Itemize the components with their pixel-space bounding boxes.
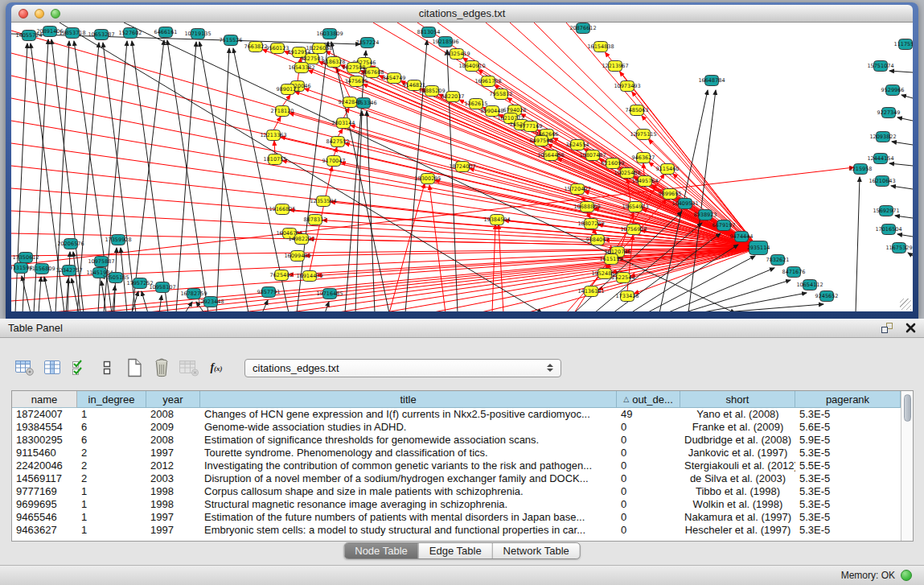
float-panel-icon[interactable]: [881, 323, 893, 333]
network-edge[interactable]: [715, 304, 823, 311]
table-row[interactable]: 977716911998Corpus callosum shape and si…: [12, 485, 901, 498]
table-scrollbar[interactable]: [901, 391, 913, 541]
network-edge[interactable]: [44, 277, 51, 311]
select-all-icon[interactable]: [68, 356, 92, 379]
zoom-window-button[interactable]: [51, 9, 60, 19]
network-edge[interactable]: [492, 225, 495, 311]
network-edge[interactable]: [897, 117, 913, 121]
column-header-in_degree[interactable]: in_degree: [77, 391, 146, 408]
table-cell[interactable]: de Silva et al. (2003): [680, 472, 795, 485]
network-edge[interactable]: [333, 248, 758, 311]
column-header-pagerank[interactable]: pagerank: [795, 391, 901, 408]
table-cell[interactable]: 2003: [146, 472, 200, 485]
network-edge[interactable]: [889, 71, 913, 72]
network-edge[interactable]: [167, 40, 208, 311]
table-cell[interactable]: 9699695: [12, 498, 77, 511]
table-selector-dropdown[interactable]: citations_edges.txt: [244, 359, 561, 377]
table-cell[interactable]: 0: [617, 511, 680, 524]
table-cell[interactable]: 5.3E-5: [795, 485, 901, 498]
table-row[interactable]: 946362711997Embryonic stem cells: a mode…: [12, 524, 901, 537]
table-cell[interactable]: Corpus callosum shape and size in male p…: [200, 485, 617, 498]
column-header-out_de[interactable]: △out_de...: [617, 391, 680, 408]
new-column-icon[interactable]: [122, 356, 146, 379]
table-cell[interactable]: 0: [617, 472, 680, 485]
network-edge[interactable]: [632, 92, 758, 248]
table-cell[interactable]: 6: [77, 421, 146, 434]
tab-node-table[interactable]: Node Table: [344, 543, 419, 558]
network-canvas[interactable]: 1405572420891406198537181065328715276026…: [11, 23, 913, 311]
table-cell[interactable]: 1998: [146, 498, 200, 511]
minimize-window-button[interactable]: [35, 9, 44, 19]
table-cell[interactable]: 1997: [146, 447, 200, 459]
table-cell[interactable]: 19384554: [12, 421, 77, 434]
table-cell[interactable]: 1998: [146, 485, 200, 498]
table-cell[interactable]: Estimation of the future numbers of pati…: [200, 511, 617, 524]
table-row[interactable]: 969969511998Structural magnetic resonanc…: [12, 498, 901, 511]
network-edge[interactable]: [325, 302, 329, 311]
table-cell[interactable]: 1997: [146, 511, 200, 524]
table-cell[interactable]: Dudbridge et al. (2008): [680, 434, 795, 447]
row-mode-icon[interactable]: [95, 356, 119, 379]
table-cell[interactable]: 2: [77, 459, 146, 472]
table-cell[interactable]: 1: [77, 485, 146, 498]
table-cell[interactable]: 2008: [146, 408, 200, 421]
tab-edge-table[interactable]: Edge Table: [419, 543, 493, 558]
delete-table-icon[interactable]: [177, 356, 201, 379]
table-cell[interactable]: 0: [617, 485, 680, 498]
table-cell[interactable]: 5.9E-5: [795, 434, 901, 447]
table-cell[interactable]: 18300295: [12, 434, 77, 447]
table-cell[interactable]: 5.5E-5: [795, 459, 901, 472]
table-cell[interactable]: Wolkin et al. (1998): [680, 498, 795, 511]
network-edge[interactable]: [132, 40, 164, 311]
column-header-year[interactable]: year: [146, 391, 200, 408]
table-cell[interactable]: 2009: [146, 421, 200, 434]
table-cell[interactable]: Hescheler et al. (1997): [680, 524, 795, 537]
table-row[interactable]: 1938455462009Genome-wide association stu…: [12, 421, 901, 434]
table-row[interactable]: 1456911722003Disruption of a novel membe…: [12, 472, 901, 485]
table-cell[interactable]: 18724007: [12, 408, 77, 421]
table-cell[interactable]: Changes of HCN gene expression and I(f) …: [200, 408, 617, 421]
close-panel-icon[interactable]: [906, 323, 916, 333]
window-titlebar[interactable]: citations_edges.txt: [11, 5, 913, 23]
table-cell[interactable]: 9465546: [12, 511, 77, 524]
network-edge[interactable]: [132, 41, 168, 311]
network-edge[interactable]: [282, 95, 290, 106]
network-graph[interactable]: 1405572420891406198537181065328715276026…: [11, 23, 913, 311]
network-edge[interactable]: [216, 48, 229, 311]
network-edge[interactable]: [856, 177, 860, 311]
network-edge[interactable]: [334, 147, 337, 156]
table-cell[interactable]: 5.6E-5: [795, 421, 901, 434]
table-cell[interactable]: 9115460: [12, 447, 77, 459]
network-edge[interactable]: [499, 225, 503, 311]
table-cell[interactable]: 5.3E-5: [795, 472, 901, 485]
table-row[interactable]: 1872400712008Changes of HCN gene express…: [12, 408, 901, 421]
table-cell[interactable]: 2: [77, 472, 146, 485]
table-cell[interactable]: 1: [77, 498, 146, 511]
table-cell[interactable]: Investigating the contribution of common…: [200, 459, 617, 472]
table-cell[interactable]: 0: [617, 434, 680, 447]
network-edge[interactable]: [199, 42, 248, 311]
network-edge[interactable]: [897, 234, 913, 237]
network-edge[interactable]: [699, 293, 807, 311]
table-row[interactable]: 946554611997Estimation of the future num…: [12, 511, 901, 524]
table-cell[interactable]: Tourette syndrome. Phenomenology and cla…: [200, 447, 617, 459]
network-edge[interactable]: [901, 95, 913, 98]
table-cell[interactable]: 0: [617, 421, 680, 434]
network-edge[interactable]: [39, 277, 41, 311]
table-row[interactable]: 2242004622012Investigating the contribut…: [12, 459, 901, 472]
table-cell[interactable]: Estimation of significance thresholds fo…: [200, 434, 617, 447]
table-cell[interactable]: 0: [617, 459, 680, 472]
close-window-button[interactable]: [18, 9, 28, 19]
table-cell[interactable]: 0: [617, 447, 680, 459]
table-cell[interactable]: 49: [617, 408, 680, 421]
table-row[interactable]: 1830029562008Estimation of significance …: [12, 434, 901, 447]
tab-network-table[interactable]: Network Table: [493, 543, 580, 558]
column-header-name[interactable]: name: [12, 391, 77, 408]
table-cell[interactable]: 5.3E-5: [795, 408, 901, 421]
network-edge[interactable]: [526, 248, 758, 311]
network-edge[interactable]: [72, 278, 79, 311]
table-scrollbar-thumb[interactable]: [904, 394, 911, 422]
network-edge[interactable]: [273, 117, 281, 130]
table-cell[interactable]: 1997: [146, 524, 200, 537]
table-cell[interactable]: 6: [77, 434, 146, 447]
